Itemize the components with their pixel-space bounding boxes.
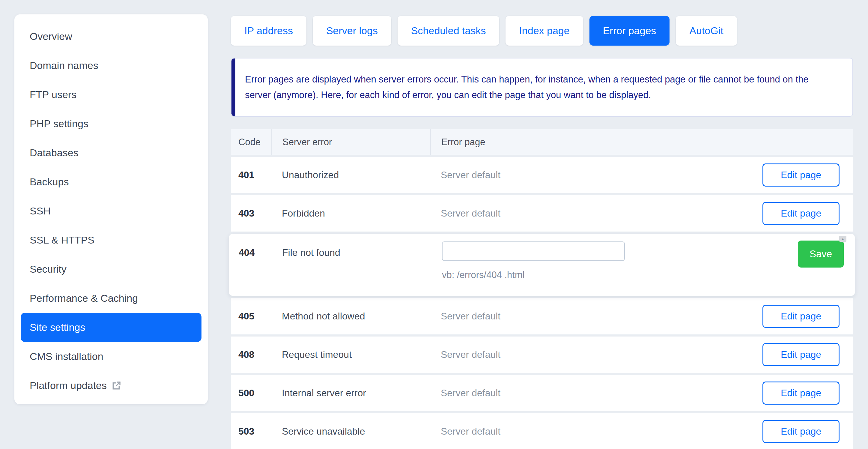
header-code: Code xyxy=(231,129,271,155)
info-callout: Error pages are displayed when server er… xyxy=(231,58,853,117)
sidebar-item-databases[interactable]: Databases xyxy=(21,138,202,167)
error-pages-table: Code Server error Error page 401 Unautho… xyxy=(231,129,853,449)
error-page-value: Server default xyxy=(430,388,763,399)
tab-error-pages[interactable]: Error pages xyxy=(589,16,670,46)
sidebar-item-ftp-users[interactable]: FTP users xyxy=(21,80,202,109)
sidebar-item-site-settings[interactable]: Site settings xyxy=(21,313,202,342)
sidebar-item-ssl-https[interactable]: SSL & HTTPS xyxy=(21,226,202,255)
sidebar-item-domain-names[interactable]: Domain names xyxy=(21,51,202,80)
table-row-500: 500 Internal server error Server default… xyxy=(231,375,853,411)
tab-bar: IP address Server logs Scheduled tasks I… xyxy=(231,16,853,46)
error-code: 405 xyxy=(231,311,271,322)
edit-page-button[interactable]: Edit page xyxy=(763,163,839,186)
edit-page-button[interactable]: Edit page xyxy=(763,202,839,225)
tab-ip-address[interactable]: IP address xyxy=(231,16,306,46)
error-page-value: Server default xyxy=(430,311,763,322)
table-row-405: 405 Method not allowed Server default Ed… xyxy=(231,298,853,334)
error-code: 403 xyxy=(231,208,271,219)
main-content: IP address Server logs Scheduled tasks I… xyxy=(231,0,853,449)
table-row-404-expanded: 404 File not found vb: /errors/404 .html… xyxy=(229,234,855,296)
info-text: Error pages are displayed when server er… xyxy=(245,74,809,100)
sidebar-item-cms-installation[interactable]: CMS installation xyxy=(21,342,202,371)
sidebar-item-label: Platform updates xyxy=(30,380,107,391)
header-error-page: Error page xyxy=(430,129,853,155)
table-row-403: 403 Forbidden Server default Edit page xyxy=(231,195,853,232)
table-row-408: 408 Request timeout Server default Edit … xyxy=(231,336,853,373)
error-code: 500 xyxy=(231,388,271,399)
server-error-label: Forbidden xyxy=(271,208,430,219)
server-error-label: Method not allowed xyxy=(271,311,430,322)
server-error-label: Request timeout xyxy=(271,349,430,360)
sidebar-item-ssh[interactable]: SSH xyxy=(21,197,202,226)
error-code: 408 xyxy=(231,349,271,360)
tab-server-logs[interactable]: Server logs xyxy=(313,16,391,46)
sidebar-item-performance-caching[interactable]: Performance & Caching xyxy=(21,284,202,313)
table-row-401: 401 Unauthorized Server default Edit pag… xyxy=(231,157,853,193)
edit-page-button[interactable]: Edit page xyxy=(763,305,839,328)
server-error-label: Unauthorized xyxy=(271,170,430,181)
sidebar-item-security[interactable]: Security xyxy=(21,255,202,284)
header-server-error: Server error xyxy=(271,129,430,155)
error-code: 404 xyxy=(239,243,254,263)
server-error-label: File not found xyxy=(282,243,340,263)
scroll-up-icon[interactable]: ▲ xyxy=(839,236,846,242)
edit-page-button[interactable]: Edit page xyxy=(763,343,839,366)
server-error-label: Service unavailable xyxy=(271,426,430,437)
sidebar-item-backups[interactable]: Backups xyxy=(21,167,202,197)
error-page-value: Server default xyxy=(430,208,763,219)
error-page-value: Server default xyxy=(430,426,763,437)
table-row-503: 503 Service unavailable Server default E… xyxy=(231,413,853,449)
tab-index-page[interactable]: Index page xyxy=(505,16,583,46)
error-page-value: Server default xyxy=(430,170,763,181)
server-error-label: Internal server error xyxy=(271,388,430,399)
error-code: 503 xyxy=(231,426,271,437)
error-page-input[interactable] xyxy=(442,241,625,261)
error-page-value: Server default xyxy=(430,349,763,360)
error-code: 401 xyxy=(231,170,271,181)
error-page-path-hint: vb: /errors/404 .html xyxy=(442,268,525,282)
sidebar-item-overview[interactable]: Overview xyxy=(21,22,202,51)
edit-page-button[interactable]: Edit page xyxy=(763,420,839,443)
sidebar-item-php-settings[interactable]: PHP settings xyxy=(21,109,202,138)
info-accent-bar xyxy=(231,59,236,116)
sidebar-item-platform-updates[interactable]: Platform updates xyxy=(21,371,202,400)
external-link-icon xyxy=(112,381,121,390)
sidebar: Overview Domain names FTP users PHP sett… xyxy=(14,14,208,404)
tab-scheduled-tasks[interactable]: Scheduled tasks xyxy=(398,16,499,46)
save-button[interactable]: Save xyxy=(798,241,844,268)
tab-autogit[interactable]: AutoGit xyxy=(676,16,737,46)
edit-page-button[interactable]: Edit page xyxy=(763,382,839,405)
table-header: Code Server error Error page xyxy=(231,129,853,155)
